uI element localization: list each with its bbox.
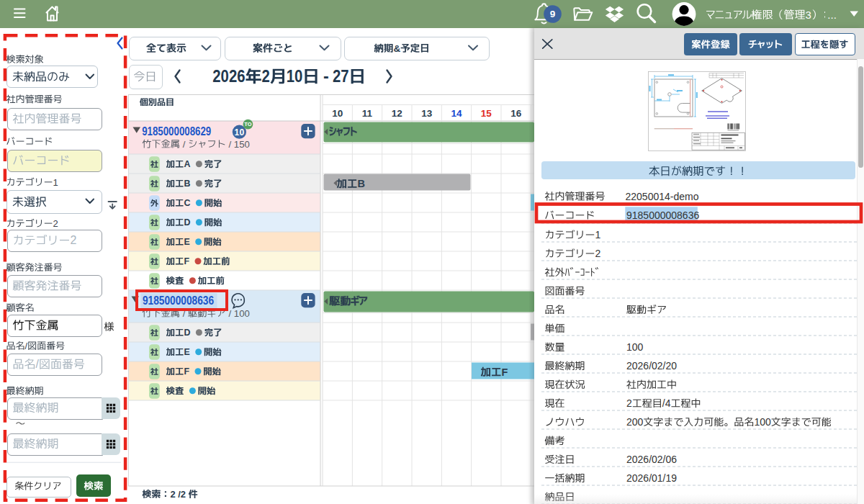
svg-text:2: 2	[71, 234, 77, 246]
svg-text:2026/02/06: 2026/02/06	[626, 454, 677, 465]
svg-text:13: 13	[421, 108, 433, 119]
svg-text:E: E	[184, 347, 189, 357]
svg-text:B: B	[184, 179, 190, 189]
svg-text:10: 10	[332, 108, 343, 119]
svg-text:22050014-demo: 22050014-demo	[626, 191, 699, 202]
svg-text:27: 27	[333, 67, 349, 86]
svg-text:2: 2	[595, 248, 601, 259]
svg-text:B: B	[358, 178, 365, 189]
svg-text:1: 1	[53, 177, 58, 188]
svg-text:F: F	[184, 366, 189, 377]
svg-text:15: 15	[481, 108, 492, 119]
svg-text:/: /	[183, 139, 186, 150]
svg-text:2026/01/19: 2026/01/19	[626, 472, 677, 484]
svg-text:/: /	[229, 308, 232, 319]
svg-text:200: 200	[626, 416, 644, 428]
svg-text:10: 10	[235, 127, 245, 138]
svg-text:2: 2	[170, 489, 175, 500]
svg-text:F: F	[502, 366, 508, 378]
svg-text:D: D	[184, 217, 190, 228]
svg-text:11: 11	[362, 108, 373, 119]
svg-text:9185000008636: 9185000008636	[143, 294, 214, 307]
svg-text:/: /	[25, 341, 28, 351]
svg-text:14: 14	[451, 108, 462, 119]
svg-text:9185000008629: 9185000008629	[142, 125, 211, 138]
svg-text:/4: /4	[662, 397, 671, 409]
svg-text:E: E	[184, 237, 189, 247]
svg-text:100: 100	[234, 308, 250, 319]
svg-text:/2: /2	[178, 489, 186, 500]
svg-text:16: 16	[510, 108, 522, 119]
svg-text:/: /	[36, 358, 40, 370]
svg-text:A: A	[184, 159, 190, 169]
svg-text:2026: 2026	[212, 67, 245, 86]
svg-text:2026/02/20: 2026/02/20	[626, 360, 677, 372]
svg-text:9185000008636: 9185000008636	[626, 210, 699, 221]
svg-text:100: 100	[626, 341, 644, 353]
svg-text:C: C	[184, 198, 190, 208]
svg-text:10: 10	[287, 67, 303, 86]
svg-text:&: &	[393, 43, 400, 54]
svg-text:9: 9	[550, 9, 556, 19]
svg-text:D: D	[184, 328, 190, 338]
svg-text:...: ...	[827, 9, 837, 21]
svg-text:2: 2	[53, 218, 58, 229]
svg-text:2: 2	[626, 397, 632, 409]
svg-text:150: 150	[234, 139, 250, 150]
svg-text:TO: TO	[244, 121, 251, 127]
svg-text:3: 3	[806, 9, 811, 21]
svg-text:100: 100	[754, 416, 771, 428]
svg-text:F: F	[184, 256, 189, 266]
svg-text:12: 12	[392, 108, 402, 119]
svg-text:-: -	[323, 67, 329, 86]
svg-text:/: /	[229, 139, 232, 150]
svg-text:2: 2	[262, 67, 270, 86]
svg-text:1: 1	[595, 229, 601, 240]
